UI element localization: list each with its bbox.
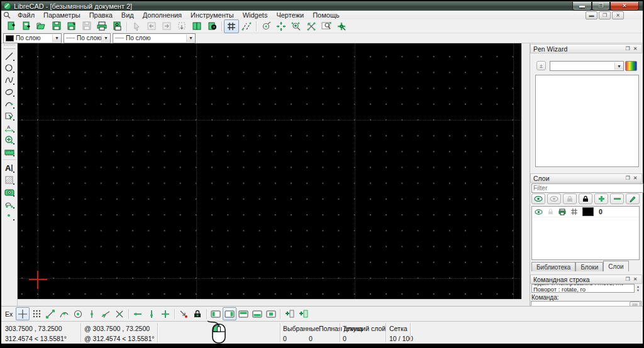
- circle-tool-button[interactable]: [3, 62, 16, 74]
- mdi-restore-button[interactable]: ❐: [599, 11, 611, 19]
- measure-tool-button[interactable]: [3, 146, 16, 158]
- pen-wizard-list[interactable]: [535, 75, 639, 167]
- modify-tool-button[interactable]: [3, 134, 16, 146]
- close-panel-icon[interactable]: ✕: [631, 45, 639, 52]
- snap-on-entity-button[interactable]: [57, 307, 71, 320]
- pen-color-select[interactable]: По слою ▼: [3, 33, 62, 43]
- float-panel-icon[interactable]: ❐: [624, 175, 631, 182]
- select-tool-button[interactable]: [3, 110, 16, 122]
- snap-endpoint-button[interactable]: [43, 307, 57, 320]
- menu-tools[interactable]: Инструменты: [186, 11, 238, 19]
- redo-button[interactable]: [159, 19, 174, 33]
- layer-filter-input[interactable]: [531, 183, 643, 193]
- close-button[interactable]: ✕: [610, 2, 639, 11]
- tab-blocks[interactable]: Блоки: [575, 262, 603, 271]
- pen-wizard-color-button[interactable]: [625, 61, 637, 71]
- tab-layers[interactable]: Слои: [603, 261, 628, 271]
- lock-all-layers-button[interactable]: [579, 193, 592, 204]
- layer-construction-icon[interactable]: [571, 209, 577, 215]
- text-tool-button[interactable]: A: [3, 162, 16, 174]
- dock-right-button[interactable]: [223, 307, 236, 320]
- dock-top-button[interactable]: [236, 307, 250, 320]
- hide-all-layers-button[interactable]: [547, 193, 561, 204]
- layer-lock-icon[interactable]: [548, 209, 553, 215]
- line-tool-button[interactable]: [3, 50, 16, 62]
- snap-intersection-button[interactable]: [113, 307, 126, 320]
- polyline-tool-button[interactable]: [3, 98, 16, 110]
- restrict-vertical-button[interactable]: [145, 307, 158, 320]
- print-button[interactable]: [94, 19, 109, 33]
- mdi-close-button[interactable]: ✕: [612, 11, 624, 19]
- new-document-button[interactable]: [4, 19, 19, 33]
- menu-widgets[interactable]: Widgets: [238, 11, 272, 19]
- layer-visible-icon[interactable]: [535, 209, 543, 215]
- snap-grid-button[interactable]: [30, 307, 43, 320]
- cut-button[interactable]: [174, 19, 189, 33]
- zoom-window-button[interactable]: [319, 19, 334, 33]
- float-panel-icon[interactable]: ❐: [624, 276, 631, 283]
- show-all-layers-button[interactable]: [531, 193, 545, 204]
- save-as-button[interactable]: [64, 19, 79, 33]
- zoom-pan-button[interactable]: [334, 19, 349, 33]
- float-panel-icon[interactable]: ❐: [624, 45, 631, 52]
- menu-options[interactable]: Параметры: [39, 11, 85, 19]
- layers-header[interactable]: Слои ❐ ✕: [530, 173, 642, 183]
- close-panel-icon[interactable]: ✕: [631, 175, 639, 182]
- lock-relative-zero-button[interactable]: [191, 307, 204, 320]
- set-relative-zero-button[interactable]: [177, 307, 191, 320]
- mdi-document-icon[interactable]: [3, 11, 11, 19]
- copy-button[interactable]: [189, 19, 204, 33]
- dock-float-button[interactable]: [264, 307, 278, 320]
- paste-button[interactable]: [204, 19, 219, 33]
- add-layer-button[interactable]: [594, 193, 608, 204]
- snap-free-button[interactable]: [16, 307, 30, 320]
- menu-drawings[interactable]: Чертежи: [272, 11, 308, 19]
- zoom-auto-button[interactable]: [274, 19, 289, 33]
- pen-linetype-select[interactable]: По слою ▼: [113, 33, 196, 43]
- vertical-scrollbar[interactable]: ▲ ▼: [521, 43, 530, 299]
- layer-row[interactable]: 0: [532, 207, 639, 217]
- drawing-canvas[interactable]: [18, 43, 521, 299]
- ellipse-tool-button[interactable]: [3, 86, 16, 98]
- layer-color-swatch[interactable]: [582, 207, 594, 216]
- history-scroll-arrows[interactable]: ▲▼: [635, 284, 641, 293]
- restrict-horizontal-button[interactable]: [131, 307, 145, 320]
- toolbar-options-button[interactable]: [296, 307, 310, 320]
- pen-wizard-header[interactable]: Pen Wizard ❐ ✕: [530, 44, 642, 53]
- snap-middle-button[interactable]: [85, 307, 99, 320]
- draft-mode-button[interactable]: [239, 19, 254, 33]
- pen-width-select[interactable]: По слою ▼: [64, 33, 111, 43]
- dock-bottom-button[interactable]: [250, 307, 264, 320]
- layer-print-icon[interactable]: [558, 209, 566, 215]
- save-button[interactable]: [49, 19, 64, 33]
- new-toolbar-button[interactable]: [282, 307, 296, 320]
- zoom-in-button[interactable]: [289, 19, 304, 33]
- menu-plugins[interactable]: Дополнения: [138, 11, 186, 19]
- zoom-previous-button[interactable]: [304, 19, 319, 33]
- image-tool-button[interactable]: [3, 186, 16, 198]
- dock-left-button[interactable]: [209, 307, 223, 320]
- horizontal-scrollbar[interactable]: ◀ ▶: [18, 299, 521, 306]
- close-panel-icon[interactable]: ✕: [631, 276, 639, 283]
- pen-wizard-combo[interactable]: ▼: [550, 61, 624, 71]
- minimize-button[interactable]: ▬: [572, 2, 592, 11]
- snap-distance-button[interactable]: [99, 307, 113, 320]
- pen-wizard-add-button[interactable]: ±: [536, 61, 546, 70]
- remove-layer-button[interactable]: [610, 193, 624, 204]
- command-history[interactable]: Сдвиг и Копирование : move, mv Поворот :…: [531, 284, 635, 293]
- menu-file[interactable]: Файл: [13, 11, 39, 19]
- restrict-orthogonal-button[interactable]: [158, 307, 172, 320]
- dimension-tool-button[interactable]: A: [3, 122, 16, 134]
- save-all-button[interactable]: [79, 19, 94, 33]
- block-tool-button[interactable]: [3, 198, 16, 210]
- menu-help[interactable]: Помощь: [308, 11, 344, 19]
- mdi-minimize-button[interactable]: ▬: [586, 11, 597, 19]
- layer-list[interactable]: 0: [531, 206, 640, 260]
- pointer-button[interactable]: [129, 19, 144, 33]
- redraw-button[interactable]: [258, 19, 274, 33]
- open-button[interactable]: [34, 19, 49, 33]
- new-from-template-button[interactable]: [19, 19, 34, 33]
- toolbar-drag-handle[interactable]: [4, 45, 15, 49]
- command-header[interactable]: Командная строка ❐ ✕: [530, 275, 642, 284]
- curve-tool-button[interactable]: [3, 74, 16, 86]
